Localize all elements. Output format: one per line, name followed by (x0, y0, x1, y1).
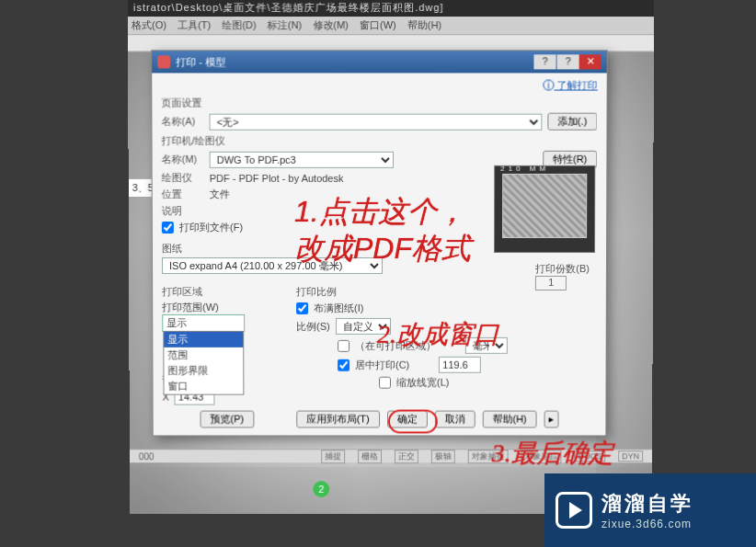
plot-area-label: 打印区域 (162, 285, 245, 299)
paper-size-select[interactable]: ISO expand A4 (210.00 x 297.00 毫米) (162, 257, 383, 274)
menu-dimension[interactable]: 标注(N) (268, 18, 302, 32)
location-label: 位置 (162, 188, 204, 201)
menu-window[interactable]: 窗口(W) (360, 18, 396, 32)
learn-print-link[interactable]: 了解打印 (556, 79, 597, 90)
location-value: 文件 (210, 188, 230, 201)
plot-scale-label: 打印比例 (296, 285, 508, 299)
status-otrack[interactable]: 对象追踪 (521, 450, 562, 463)
range-opt-limits[interactable]: 图形界限 (164, 363, 243, 379)
description-label: 说明 (162, 204, 204, 218)
status-polar[interactable]: 极轴 (431, 450, 455, 463)
unit-select[interactable]: 毫米 (465, 337, 508, 354)
center-plot-label: 居中打印(C) (355, 358, 409, 371)
expand-button[interactable]: ▸ (544, 411, 559, 428)
menu-draw[interactable]: 绘图(D) (222, 18, 256, 32)
status-dyn[interactable]: DYN (618, 450, 643, 462)
scale-lineweight-label: 缩放线宽(L) (396, 376, 449, 390)
fit-to-paper-checkbox[interactable] (296, 302, 308, 314)
watermark-title: 溜溜自学 (601, 490, 693, 518)
range-opt-extents[interactable]: 范围 (164, 348, 243, 363)
coord-readout: 000 (139, 451, 155, 462)
app-titlebar: istrator\Desktop\桌面文件\圣德婚庆广场最终楼层面积图.dwg] (128, 0, 654, 17)
status-osnap[interactable]: 对象捕捉 (468, 450, 509, 463)
status-grid[interactable]: 栅格 (359, 450, 383, 463)
menu-format[interactable]: 格式(O) (132, 18, 166, 32)
menu-tools[interactable]: 工具(T) (178, 18, 211, 32)
printer-name-select[interactable]: DWG To PDF.pc3 (210, 151, 394, 167)
plot-range-dropdown[interactable]: 显示 显示 范围 图形界限 窗口 (162, 314, 245, 332)
plotter-value: PDF - PDF Plot - by Autodesk (210, 172, 344, 183)
app-icon (157, 55, 170, 68)
copies-label: 打印份数(B) (535, 263, 590, 274)
preview-button[interactable]: 预览(P) (200, 411, 255, 428)
watermark: 溜溜自学 zixue.3d66.com (544, 473, 756, 547)
paper-preview: 210 MM (494, 165, 595, 253)
pagesetup-name-label: 名称(A) (161, 115, 203, 129)
plot-to-file-checkbox[interactable] (162, 222, 174, 234)
center-plot-checkbox[interactable] (338, 359, 349, 370)
menu-help[interactable]: 帮助(H) (407, 18, 441, 32)
fit-to-paper-label: 布满图纸(I) (314, 302, 363, 315)
ratio-label: 比例(S) (296, 319, 330, 333)
dialog-title: 打印 - 模型 (176, 55, 225, 69)
plotter-label: 绘图仪 (162, 171, 204, 185)
main-menubar[interactable]: 格式(O) 工具(T) 绘图(D) 标注(N) 修改(M) 窗口(W) 帮助(H… (128, 17, 654, 35)
printer-name-label: 名称(M) (162, 153, 204, 166)
scale-ratio-select[interactable]: 自定义 (336, 318, 391, 335)
status-bar: 000 捕捉 栅格 正交 极轴 对象捕捉 对象追踪 DUCS DYN (130, 449, 652, 462)
range-opt-window[interactable]: 窗口 (164, 379, 243, 394)
in-printable-label: （在可打印区域） (355, 338, 436, 352)
plot-range-options[interactable]: 显示 范围 图形界限 窗口 (163, 331, 244, 395)
apply-layout-button[interactable]: 应用到布局(T) (296, 411, 380, 428)
close-icon[interactable]: ✕ (579, 54, 601, 69)
printer-group: 打印机/绘图仪 (162, 134, 598, 148)
cancel-button[interactable]: 取消 (435, 411, 475, 428)
info-icon: i (543, 79, 554, 90)
status-ortho[interactable]: 正交 (395, 450, 418, 463)
status-snap[interactable]: 捕捉 (322, 450, 346, 463)
copies-spinner[interactable]: 1 (535, 276, 567, 291)
plot-range-label: 打印范围(W) (162, 301, 245, 314)
page-setup-group: 页面设置 (161, 97, 597, 110)
pagesetup-name-select[interactable]: <无> (210, 113, 542, 130)
dialog-titlebar[interactable]: 打印 - 模型 ? ? ✕ (152, 51, 607, 73)
help-button[interactable]: 帮助(H) (482, 411, 536, 428)
watermark-url: zixue.3d66.com (601, 518, 693, 530)
plot-to-file-label: 打印到文件(F) (179, 221, 243, 234)
range-opt-display[interactable]: 显示 (164, 332, 243, 348)
print-dialog: 打印 - 模型 ? ? ✕ i 了解打印 页面设置 名称(A) <无> 添加(.… (151, 50, 608, 436)
menu-modify[interactable]: 修改(M) (313, 18, 349, 32)
scale-lineweight-checkbox[interactable] (379, 377, 391, 389)
lineweight-input[interactable] (439, 357, 481, 373)
help-icon[interactable]: ? (557, 54, 579, 69)
minimize-icon[interactable]: ? (533, 54, 556, 69)
ok-button[interactable]: 确定 (387, 411, 428, 428)
in-printable-checkbox[interactable] (338, 339, 349, 351)
play-icon (556, 492, 592, 529)
status-ducs[interactable]: DUCS (575, 450, 605, 462)
page-marker: 2 (313, 481, 329, 497)
screenshot-area: istrator\Desktop\桌面文件\圣德婚庆广场最终楼层面积图.dwg]… (128, 0, 654, 514)
plot-range-selected: 显示 (163, 315, 244, 331)
preview-dimension: 210 MM (500, 165, 549, 173)
copies-area: 打印份数(B) 1 (535, 262, 590, 291)
add-button[interactable]: 添加(.) (547, 113, 598, 131)
